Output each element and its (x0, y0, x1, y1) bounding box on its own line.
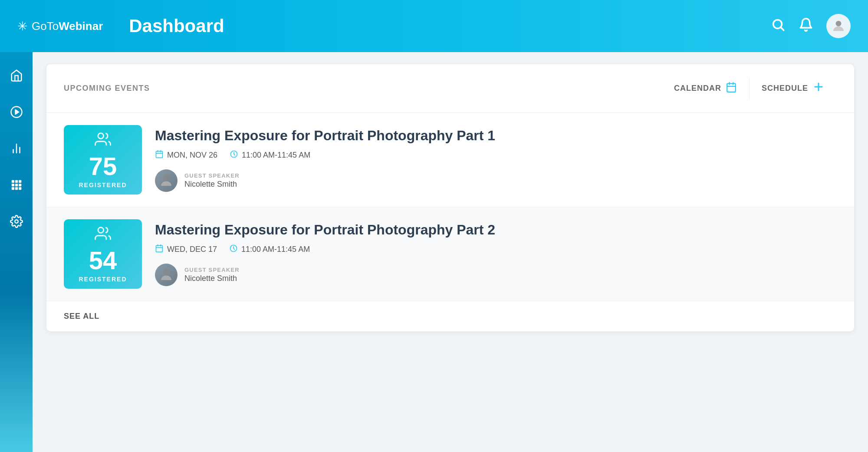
svg-point-17 (15, 220, 18, 223)
svg-rect-25 (156, 151, 163, 158)
registered-count-1: 75 (89, 154, 117, 179)
event-time-2: 11:00 AM-11:45 AM (229, 244, 310, 255)
event-thumb-2: 54 REGISTERED (64, 219, 142, 289)
event-info-1: Mastering Exposure for Portrait Photogra… (155, 128, 837, 192)
event-time-text-1: 11:00 AM-11:45 AM (242, 151, 310, 160)
speaker-row-1: GUEST SPEAKER Nicolette Smith (155, 169, 837, 192)
sidebar-item-analytics[interactable] (6, 138, 27, 159)
sidebar-item-webinars[interactable] (6, 102, 27, 122)
panel-header: UPCOMING EVENTS CALENDAR SCHEDULE (46, 64, 854, 113)
event-title-1: Mastering Exposure for Portrait Photogra… (155, 128, 837, 144)
calendar-button[interactable]: CALENDAR (662, 77, 750, 100)
speaker-row-2: GUEST SPEAKER Nicolette Smith (155, 264, 837, 286)
logo-text: GoToWebinar (32, 20, 103, 33)
event-date-text-1: MON, NOV 26 (167, 151, 217, 160)
calendar-label: CALENDAR (674, 84, 721, 93)
event-thumb-1: 75 REGISTERED (64, 125, 142, 195)
speaker-info-1: GUEST SPEAKER Nicolette Smith (184, 172, 240, 189)
speaker-name-2: Nicolette Smith (184, 274, 240, 283)
user-avatar[interactable] (826, 14, 851, 38)
clock-meta-icon-2 (229, 244, 238, 255)
attendees-icon (95, 131, 111, 151)
main-content: UPCOMING EVENTS CALENDAR SCHEDULE (33, 52, 868, 452)
schedule-button[interactable]: SCHEDULE (750, 76, 837, 100)
svg-rect-32 (156, 245, 163, 252)
event-card-1[interactable]: 75 REGISTERED Mastering Exposure for Por… (46, 113, 854, 207)
panel-actions: CALENDAR SCHEDULE (662, 76, 837, 100)
svg-marker-4 (15, 110, 19, 114)
see-all-row: SEE ALL (46, 301, 854, 331)
event-date-1: MON, NOV 26 (155, 150, 217, 161)
svg-rect-8 (11, 180, 14, 183)
svg-rect-11 (11, 184, 14, 186)
upcoming-events-label: UPCOMING EVENTS (64, 84, 150, 93)
svg-point-30 (164, 175, 169, 181)
svg-rect-10 (19, 180, 21, 183)
calendar-meta-icon-2 (155, 244, 164, 255)
clock-meta-icon-1 (230, 150, 238, 161)
event-meta-2: WED, DEC 17 11:00 AM-11:45 AM (155, 244, 837, 255)
speaker-role-1: GUEST SPEAKER (184, 172, 240, 179)
registered-count-2: 54 (89, 248, 117, 273)
svg-line-1 (781, 27, 784, 30)
speaker-name-1: Nicolette Smith (184, 180, 240, 189)
event-time-text-2: 11:00 AM-11:45 AM (241, 245, 310, 254)
sidebar-item-settings[interactable] (6, 211, 27, 232)
event-card-2[interactable]: 54 REGISTERED Mastering Exposure for Por… (46, 207, 854, 301)
search-icon[interactable] (771, 17, 786, 35)
svg-rect-13 (19, 184, 21, 186)
svg-point-2 (836, 21, 841, 26)
events-panel: UPCOMING EVENTS CALENDAR SCHEDULE (46, 64, 854, 331)
svg-point-31 (98, 228, 104, 233)
registered-label-2: REGISTERED (79, 276, 127, 283)
speaker-avatar-2 (155, 264, 178, 286)
logo[interactable]: ✳ GoToWebinar (17, 19, 103, 33)
svg-rect-14 (11, 187, 14, 190)
see-all-link[interactable]: SEE ALL (64, 312, 99, 320)
calendar-icon (726, 82, 737, 96)
page-title: Dashboard (129, 16, 224, 36)
event-info-2: Mastering Exposure for Portrait Photogra… (155, 222, 837, 286)
svg-rect-12 (15, 184, 17, 186)
logo-asterisk-icon: ✳ (17, 19, 27, 33)
svg-point-24 (98, 133, 104, 139)
attendees-icon-2 (95, 225, 111, 245)
calendar-meta-icon-1 (155, 150, 164, 161)
app-header: ✳ GoToWebinar Dashboard (0, 0, 868, 52)
event-title-2: Mastering Exposure for Portrait Photogra… (155, 222, 837, 238)
svg-point-37 (164, 270, 169, 275)
plus-icon (812, 81, 825, 96)
event-time-1: 11:00 AM-11:45 AM (230, 150, 310, 161)
bell-icon[interactable] (799, 17, 813, 35)
svg-rect-9 (15, 180, 17, 183)
svg-rect-18 (727, 83, 736, 92)
speaker-role-2: GUEST SPEAKER (184, 267, 240, 273)
header-actions (771, 14, 851, 38)
sidebar-item-home[interactable] (6, 65, 27, 86)
sidebar-item-apps[interactable] (6, 175, 27, 195)
sidebar (0, 52, 33, 452)
svg-rect-16 (19, 187, 21, 190)
speaker-info-2: GUEST SPEAKER Nicolette Smith (184, 267, 240, 283)
speaker-avatar-1 (155, 169, 178, 192)
registered-label-1: REGISTERED (79, 181, 127, 188)
event-date-2: WED, DEC 17 (155, 244, 217, 255)
schedule-label: SCHEDULE (762, 84, 808, 93)
event-date-text-2: WED, DEC 17 (167, 245, 217, 254)
svg-rect-15 (15, 187, 17, 190)
event-meta-1: MON, NOV 26 11:00 AM-11:45 AM (155, 150, 837, 161)
